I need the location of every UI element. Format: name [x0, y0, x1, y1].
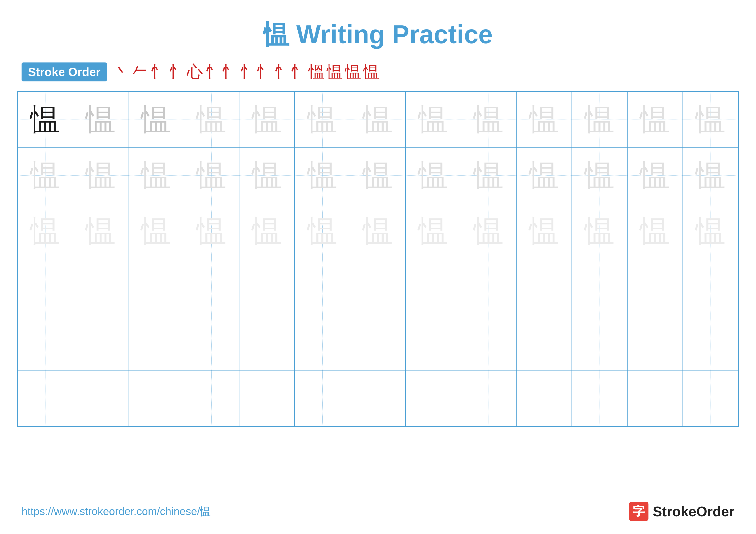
grid-cell[interactable]: 愠	[239, 147, 295, 203]
grid-cell[interactable]	[128, 315, 184, 370]
grid-cell[interactable]	[295, 315, 350, 370]
grid-cell[interactable]: 愠	[628, 147, 683, 203]
grid-cell[interactable]: 愠	[184, 203, 239, 259]
grid-row-1: 愠 愠 愠 愠 愠 愠 愠 愠 愠 愠 愠 愠	[18, 92, 738, 147]
char-light: 愠	[529, 155, 559, 196]
grid-cell[interactable]	[406, 315, 461, 370]
char-light: 愠	[473, 99, 504, 140]
grid-cell[interactable]: 愠	[184, 92, 239, 147]
char-light: 愠	[86, 155, 116, 196]
grid-cell[interactable]	[683, 259, 738, 315]
grid-cell[interactable]	[461, 259, 517, 315]
char-light: 愠	[695, 99, 726, 140]
grid-cell[interactable]: 愠	[239, 203, 295, 259]
grid-cell[interactable]: 愠	[406, 147, 461, 203]
char-dark: 愠	[30, 99, 60, 140]
grid-cell[interactable]: 愠	[683, 147, 738, 203]
grid-cell[interactable]: 愠	[73, 92, 128, 147]
char-light: 愠	[640, 155, 670, 196]
grid-cell[interactable]	[406, 259, 461, 315]
char-light: 愠	[529, 99, 559, 140]
grid-cell[interactable]	[461, 315, 517, 370]
grid-cell[interactable]	[295, 371, 350, 426]
grid-cell[interactable]: 愠	[350, 203, 406, 259]
grid-cell[interactable]	[73, 371, 128, 426]
grid-cell[interactable]: 愠	[350, 92, 406, 147]
grid-cell[interactable]	[517, 259, 572, 315]
grid-cell[interactable]	[350, 371, 406, 426]
grid-cell[interactable]	[628, 315, 683, 370]
char-light: 愠	[418, 99, 448, 140]
grid-cell[interactable]: 愠	[18, 203, 73, 259]
grid-cell[interactable]: 愠	[295, 203, 350, 259]
grid-cell[interactable]	[628, 259, 683, 315]
grid-cell[interactable]: 愠	[517, 92, 572, 147]
grid-cell[interactable]	[128, 371, 184, 426]
grid-cell[interactable]	[572, 315, 627, 370]
grid-cell[interactable]	[239, 371, 295, 426]
grid-cell[interactable]	[128, 259, 184, 315]
char-very-light: 愠	[307, 211, 338, 252]
grid-cell[interactable]: 愠	[239, 92, 295, 147]
grid-cell[interactable]	[628, 371, 683, 426]
grid-cell[interactable]	[239, 259, 295, 315]
grid-cell[interactable]: 愠	[73, 147, 128, 203]
grid-cell[interactable]	[461, 371, 517, 426]
page-title: 愠 Writing Practice	[0, 0, 756, 61]
grid-cell[interactable]: 愠	[628, 203, 683, 259]
grid-cell[interactable]: 愠	[128, 147, 184, 203]
grid-cell[interactable]	[683, 371, 738, 426]
stroke-order-badge: Stroke Order	[21, 63, 107, 81]
grid-cell[interactable]: 愠	[461, 92, 517, 147]
grid-cell[interactable]: 愠	[628, 92, 683, 147]
grid-cell[interactable]: 愠	[295, 92, 350, 147]
grid-cell[interactable]: 愠	[128, 92, 184, 147]
grid-cell[interactable]	[572, 259, 627, 315]
grid-cell[interactable]: 愠	[461, 147, 517, 203]
grid-cell[interactable]: 愠	[461, 203, 517, 259]
grid-cell[interactable]: 愠	[683, 92, 738, 147]
practice-grid: 愠 愠 愠 愠 愠 愠 愠 愠 愠 愠 愠 愠	[17, 91, 739, 427]
grid-cell[interactable]: 愠	[295, 147, 350, 203]
grid-cell[interactable]: 愠	[406, 92, 461, 147]
grid-cell[interactable]	[73, 259, 128, 315]
grid-cell[interactable]: 愠	[517, 203, 572, 259]
grid-cell[interactable]	[184, 315, 239, 370]
grid-cell[interactable]	[295, 259, 350, 315]
grid-cell[interactable]	[18, 371, 73, 426]
char-very-light: 愠	[252, 211, 282, 252]
grid-cell[interactable]	[18, 315, 73, 370]
grid-cell[interactable]: 愠	[18, 92, 73, 147]
grid-cell[interactable]	[350, 315, 406, 370]
char-light: 愠	[252, 155, 282, 196]
char-very-light: 愠	[141, 211, 171, 252]
grid-cell[interactable]: 愠	[184, 147, 239, 203]
grid-cell[interactable]: 愠	[73, 203, 128, 259]
title-char: 愠	[263, 20, 289, 49]
grid-cell[interactable]	[18, 259, 73, 315]
grid-cell[interactable]: 愠	[350, 147, 406, 203]
grid-cell[interactable]	[517, 371, 572, 426]
grid-cell[interactable]	[73, 315, 128, 370]
grid-cell[interactable]: 愠	[406, 203, 461, 259]
char-light: 愠	[640, 99, 670, 140]
grid-cell[interactable]	[350, 259, 406, 315]
grid-cell[interactable]	[517, 315, 572, 370]
grid-cell[interactable]	[406, 371, 461, 426]
grid-cell[interactable]: 愠	[128, 203, 184, 259]
grid-cell[interactable]	[683, 315, 738, 370]
grid-cell[interactable]	[239, 315, 295, 370]
stroke-order-section: Stroke Order 丶 𠂉 忄 忄 心 忄忄 忄忄 忄忄 慍 愠 愠 愠	[0, 61, 756, 83]
grid-cell[interactable]	[184, 259, 239, 315]
grid-cell[interactable]	[184, 371, 239, 426]
strokeorder-logo-icon: 字	[629, 502, 648, 521]
footer-url[interactable]: https://www.strokeorder.com/chinese/愠	[21, 504, 211, 519]
grid-cell[interactable]: 愠	[572, 92, 627, 147]
grid-cell[interactable]: 愠	[572, 203, 627, 259]
grid-cell[interactable]: 愠	[517, 147, 572, 203]
grid-cell[interactable]: 愠	[683, 203, 738, 259]
grid-cell[interactable]: 愠	[572, 147, 627, 203]
char-light: 愠	[584, 99, 615, 140]
grid-cell[interactable]	[572, 371, 627, 426]
grid-cell[interactable]: 愠	[18, 147, 73, 203]
